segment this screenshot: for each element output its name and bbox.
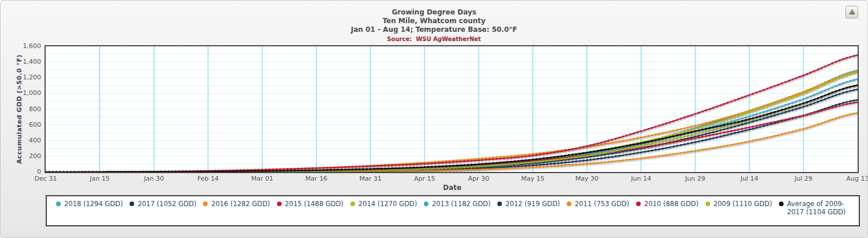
data-point-marker (723, 145, 725, 147)
legend-label: 2017 (1052 GDD) (138, 200, 196, 208)
data-point-marker (745, 116, 747, 118)
legend-marker-icon (424, 202, 429, 206)
series-2011[interactable] (46, 112, 858, 172)
data-point-marker (734, 129, 736, 131)
data-point-marker (463, 169, 465, 171)
data-point-marker (651, 156, 653, 158)
data-point-marker (687, 138, 689, 140)
data-point-marker (745, 96, 747, 97)
plot-area[interactable] (45, 45, 859, 173)
series-2009[interactable] (46, 84, 858, 172)
data-point-marker (669, 130, 671, 132)
data-point-marker (741, 123, 743, 125)
data-point-marker (611, 160, 613, 162)
export-chart-button[interactable] (845, 6, 858, 19)
data-point-marker (690, 129, 692, 130)
data-point-marker (799, 94, 801, 96)
data-point-marker (568, 157, 570, 159)
legend-item-2009[interactable]: 2009 (1110 GDD) (706, 200, 772, 208)
data-point-marker (821, 100, 822, 101)
data-point-marker (723, 117, 725, 119)
data-point-marker (745, 123, 747, 125)
data-point-marker (716, 105, 718, 107)
data-point-marker (341, 166, 342, 168)
legend-item-average-2009-2017[interactable]: Average of 2009-2017 (1104 GDD) (779, 200, 849, 216)
data-point-marker (824, 89, 826, 91)
x-tick-label: May 15 (507, 175, 559, 182)
legend-item-2013[interactable]: 2013 (1182 GDD) (424, 200, 490, 208)
data-point-marker (449, 169, 450, 171)
data-point-marker (810, 96, 811, 97)
legend-item-2017[interactable]: 2017 (1052 GDD) (130, 200, 196, 208)
series-2014[interactable] (46, 71, 858, 172)
data-point-marker (803, 75, 804, 76)
series-2015[interactable] (46, 54, 858, 173)
series-average-2009-2017[interactable] (46, 85, 858, 172)
data-point-marker (824, 98, 826, 100)
data-point-marker (763, 107, 764, 108)
legend-item-2011[interactable]: 2011 (753 GDD) (567, 200, 629, 208)
data-point-marker (474, 169, 476, 170)
y-tick-label: 1,200 (1, 74, 41, 81)
data-point-marker (752, 128, 754, 130)
legend-item-2015[interactable]: 2015 (1488 GDD) (277, 200, 343, 208)
data-point-marker (777, 110, 779, 112)
data-point-marker (619, 155, 620, 156)
data-point-marker (355, 169, 357, 170)
legend-item-2018[interactable]: 2018 (1294 GDD) (56, 200, 123, 208)
data-point-marker (817, 86, 819, 88)
data-point-marker (716, 137, 718, 138)
data-point-marker (398, 164, 400, 166)
data-point-marker (507, 155, 508, 157)
x-tick-label: Mar 31 (345, 175, 397, 182)
data-point-marker (550, 159, 552, 161)
data-point-marker (680, 152, 682, 153)
data-point-marker (564, 158, 566, 159)
data-point-marker (777, 120, 779, 122)
data-point-marker (781, 119, 782, 121)
legend-item-2016[interactable]: 2016 (1282 GDD) (203, 200, 269, 208)
data-point-marker (640, 130, 642, 132)
data-point-marker (637, 131, 638, 133)
data-point-marker (669, 142, 671, 144)
data-point-marker (626, 145, 627, 147)
data-point-marker (788, 110, 790, 112)
data-point-marker (276, 170, 278, 171)
data-point-marker (597, 158, 599, 160)
data-point-marker (669, 136, 671, 138)
data-point-marker (575, 148, 577, 149)
data-point-marker (785, 99, 786, 101)
legend-item-2014[interactable]: 2014 (1270 GDD) (350, 200, 417, 208)
data-point-marker (832, 96, 833, 97)
data-point-marker (716, 147, 718, 148)
data-point-marker (810, 72, 811, 74)
data-point-marker (687, 115, 689, 117)
data-point-marker (525, 155, 526, 157)
data-point-marker (604, 153, 606, 155)
data-point-marker (709, 148, 711, 149)
data-point-marker (734, 119, 736, 121)
data-point-marker (102, 171, 104, 172)
data-point-marker (590, 163, 592, 164)
data-point-marker (734, 116, 736, 118)
legend-marker-icon (706, 202, 710, 206)
data-point-marker (496, 164, 497, 166)
data-point-marker (821, 91, 822, 93)
data-point-marker (561, 162, 563, 164)
data-point-marker (420, 168, 422, 170)
data-point-marker (730, 115, 732, 117)
data-point-marker (813, 70, 815, 72)
data-point-marker (748, 118, 750, 120)
data-point-marker (460, 164, 461, 166)
x-tick-label: Jan 15 (74, 175, 126, 182)
data-point-marker (344, 166, 346, 168)
data-point-marker (564, 162, 566, 163)
data-point-marker (719, 132, 721, 134)
series-2010[interactable] (46, 101, 858, 172)
legend-item-2010[interactable]: 2010 (888 GDD) (636, 200, 699, 208)
legend-item-2012[interactable]: 2012 (919 GDD) (497, 200, 560, 208)
x-tick-label: Mar 01 (236, 175, 288, 182)
data-point-marker (821, 96, 822, 97)
data-point-marker (575, 160, 577, 162)
data-point-marker (705, 125, 707, 126)
